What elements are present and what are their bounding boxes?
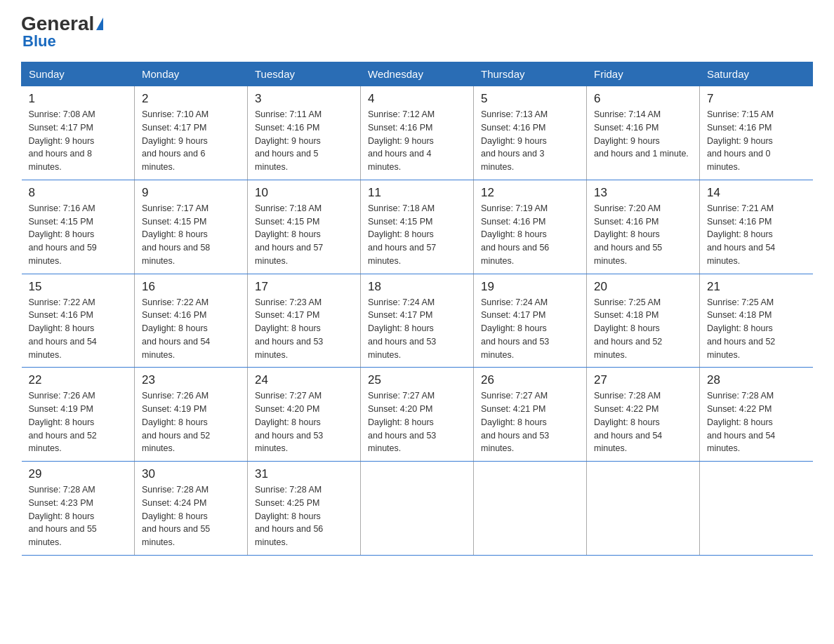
calendar-cell: 19 Sunrise: 7:24 AMSunset: 4:17 PMDaylig… [474,274,587,368]
day-number: 9 [142,186,240,200]
day-number: 2 [142,92,240,106]
day-number: 24 [255,373,353,387]
day-info: Sunrise: 7:28 AMSunset: 4:23 PMDaylight:… [29,483,128,549]
logo-blue-text: Blue [22,32,56,51]
day-info: Sunrise: 7:24 AMSunset: 4:17 PMDaylight:… [368,296,466,362]
day-info: Sunrise: 7:27 AMSunset: 4:20 PMDaylight:… [368,389,466,455]
calendar-header-row: SundayMondayTuesdayWednesdayThursdayFrid… [22,62,813,86]
calendar-cell [474,462,587,556]
logo: General Blue [21,14,103,51]
day-number: 18 [368,280,466,294]
calendar-cell: 27 Sunrise: 7:28 AMSunset: 4:22 PMDaylig… [587,368,700,462]
calendar-cell: 15 Sunrise: 7:22 AMSunset: 4:16 PMDaylig… [22,274,135,368]
day-number: 6 [594,92,692,106]
day-info: Sunrise: 7:20 AMSunset: 4:16 PMDaylight:… [594,202,692,268]
day-info: Sunrise: 7:14 AMSunset: 4:16 PMDaylight:… [594,108,692,161]
day-number: 7 [707,92,806,106]
day-info: Sunrise: 7:15 AMSunset: 4:16 PMDaylight:… [707,108,806,174]
calendar-header-saturday: Saturday [700,62,813,86]
calendar-cell: 18 Sunrise: 7:24 AMSunset: 4:17 PMDaylig… [361,274,474,368]
calendar-header-wednesday: Wednesday [361,62,474,86]
day-info: Sunrise: 7:25 AMSunset: 4:18 PMDaylight:… [707,296,806,362]
day-number: 3 [255,92,353,106]
day-number: 30 [142,467,240,481]
day-number: 1 [29,92,128,106]
calendar-cell: 7 Sunrise: 7:15 AMSunset: 4:16 PMDayligh… [700,86,813,180]
day-info: Sunrise: 7:18 AMSunset: 4:15 PMDaylight:… [255,202,353,268]
day-number: 5 [481,92,579,106]
calendar-cell: 25 Sunrise: 7:27 AMSunset: 4:20 PMDaylig… [361,368,474,462]
day-info: Sunrise: 7:28 AMSunset: 4:25 PMDaylight:… [255,483,353,549]
day-info: Sunrise: 7:26 AMSunset: 4:19 PMDaylight:… [29,389,128,455]
day-number: 16 [142,280,240,294]
calendar-cell: 17 Sunrise: 7:23 AMSunset: 4:17 PMDaylig… [248,274,361,368]
calendar-cell: 5 Sunrise: 7:13 AMSunset: 4:16 PMDayligh… [474,86,587,180]
day-info: Sunrise: 7:24 AMSunset: 4:17 PMDaylight:… [481,296,579,362]
day-number: 13 [594,186,692,200]
day-number: 15 [29,280,128,294]
day-number: 23 [142,373,240,387]
day-info: Sunrise: 7:21 AMSunset: 4:16 PMDaylight:… [707,202,806,268]
day-number: 4 [368,92,466,106]
calendar-cell: 24 Sunrise: 7:27 AMSunset: 4:20 PMDaylig… [248,368,361,462]
day-info: Sunrise: 7:25 AMSunset: 4:18 PMDaylight:… [594,296,692,362]
calendar-header-tuesday: Tuesday [248,62,361,86]
calendar-cell: 9 Sunrise: 7:17 AMSunset: 4:15 PMDayligh… [135,180,248,274]
calendar-cell [587,462,700,556]
day-info: Sunrise: 7:13 AMSunset: 4:16 PMDaylight:… [481,108,579,174]
logo-general: General [21,14,103,34]
day-info: Sunrise: 7:27 AMSunset: 4:20 PMDaylight:… [255,389,353,455]
day-info: Sunrise: 7:16 AMSunset: 4:15 PMDaylight:… [29,202,128,268]
calendar-week-row: 8 Sunrise: 7:16 AMSunset: 4:15 PMDayligh… [22,180,813,274]
day-info: Sunrise: 7:10 AMSunset: 4:17 PMDaylight:… [142,108,240,174]
calendar-cell: 13 Sunrise: 7:20 AMSunset: 4:16 PMDaylig… [587,180,700,274]
calendar-header-monday: Monday [135,62,248,86]
day-number: 11 [368,186,466,200]
calendar-cell: 10 Sunrise: 7:18 AMSunset: 4:15 PMDaylig… [248,180,361,274]
day-number: 12 [481,186,579,200]
day-number: 25 [368,373,466,387]
calendar-cell: 14 Sunrise: 7:21 AMSunset: 4:16 PMDaylig… [700,180,813,274]
calendar-header-thursday: Thursday [474,62,587,86]
calendar-cell: 8 Sunrise: 7:16 AMSunset: 4:15 PMDayligh… [22,180,135,274]
calendar-cell: 1 Sunrise: 7:08 AMSunset: 4:17 PMDayligh… [22,86,135,180]
day-number: 22 [29,373,128,387]
day-info: Sunrise: 7:12 AMSunset: 4:16 PMDaylight:… [368,108,466,174]
day-number: 21 [707,280,806,294]
day-number: 8 [29,186,128,200]
day-number: 27 [594,373,692,387]
logo-general-text: General [21,14,94,34]
calendar-header-friday: Friday [587,62,700,86]
day-info: Sunrise: 7:28 AMSunset: 4:22 PMDaylight:… [594,389,692,455]
calendar-cell: 22 Sunrise: 7:26 AMSunset: 4:19 PMDaylig… [22,368,135,462]
day-number: 29 [29,467,128,481]
day-info: Sunrise: 7:11 AMSunset: 4:16 PMDaylight:… [255,108,353,174]
calendar-cell: 2 Sunrise: 7:10 AMSunset: 4:17 PMDayligh… [135,86,248,180]
calendar-week-row: 29 Sunrise: 7:28 AMSunset: 4:23 PMDaylig… [22,462,813,556]
page-header: General Blue [21,14,813,51]
calendar-cell [361,462,474,556]
calendar-cell: 20 Sunrise: 7:25 AMSunset: 4:18 PMDaylig… [587,274,700,368]
calendar-cell: 6 Sunrise: 7:14 AMSunset: 4:16 PMDayligh… [587,86,700,180]
calendar-cell: 31 Sunrise: 7:28 AMSunset: 4:25 PMDaylig… [248,462,361,556]
day-number: 14 [707,186,806,200]
calendar-cell: 16 Sunrise: 7:22 AMSunset: 4:16 PMDaylig… [135,274,248,368]
day-info: Sunrise: 7:28 AMSunset: 4:24 PMDaylight:… [142,483,240,549]
calendar-cell: 23 Sunrise: 7:26 AMSunset: 4:19 PMDaylig… [135,368,248,462]
calendar-cell: 4 Sunrise: 7:12 AMSunset: 4:16 PMDayligh… [361,86,474,180]
day-info: Sunrise: 7:18 AMSunset: 4:15 PMDaylight:… [368,202,466,268]
calendar-cell: 26 Sunrise: 7:27 AMSunset: 4:21 PMDaylig… [474,368,587,462]
day-info: Sunrise: 7:08 AMSunset: 4:17 PMDaylight:… [29,108,128,174]
calendar-cell: 29 Sunrise: 7:28 AMSunset: 4:23 PMDaylig… [22,462,135,556]
day-info: Sunrise: 7:17 AMSunset: 4:15 PMDaylight:… [142,202,240,268]
day-info: Sunrise: 7:27 AMSunset: 4:21 PMDaylight:… [481,389,579,455]
calendar-week-row: 1 Sunrise: 7:08 AMSunset: 4:17 PMDayligh… [22,86,813,180]
calendar-week-row: 15 Sunrise: 7:22 AMSunset: 4:16 PMDaylig… [22,274,813,368]
calendar-cell [700,462,813,556]
calendar-cell: 21 Sunrise: 7:25 AMSunset: 4:18 PMDaylig… [700,274,813,368]
day-number: 20 [594,280,692,294]
day-info: Sunrise: 7:22 AMSunset: 4:16 PMDaylight:… [142,296,240,362]
day-info: Sunrise: 7:22 AMSunset: 4:16 PMDaylight:… [29,296,128,362]
day-number: 26 [481,373,579,387]
calendar-cell: 28 Sunrise: 7:28 AMSunset: 4:22 PMDaylig… [700,368,813,462]
